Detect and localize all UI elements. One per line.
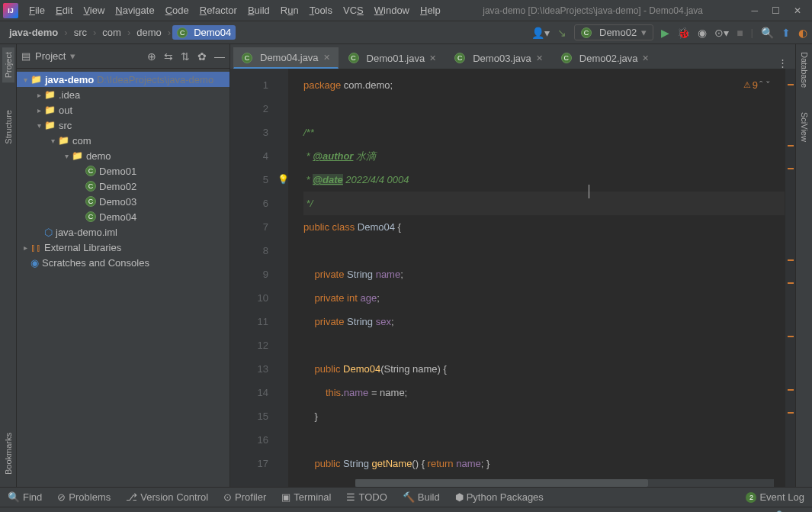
close-icon[interactable]: ✕ xyxy=(536,53,543,63)
line-number[interactable]: 20 xyxy=(230,480,288,487)
horizontal-scrollbar[interactable] xyxy=(355,479,774,487)
tab-more-icon[interactable]: ⋮ xyxy=(770,57,795,69)
bt-todo[interactable]: ☰ TODO xyxy=(346,491,387,503)
menu-build[interactable]: Build xyxy=(243,2,274,19)
tree-out[interactable]: ▸📁out xyxy=(17,102,229,118)
tab-demo03[interactable]: CDemo03.java✕ xyxy=(446,47,551,69)
ide-settings-icon[interactable]: ◐ xyxy=(798,27,807,39)
run-config-selector[interactable]: C Demo02 ▾ xyxy=(574,24,653,40)
bt-problems[interactable]: ⊘ Problems xyxy=(57,491,111,503)
menu-edit[interactable]: Edit xyxy=(51,2,77,19)
menu-code[interactable]: Code xyxy=(161,2,194,19)
debug-button[interactable]: 🐞 xyxy=(677,27,690,39)
bt-event-log[interactable]: 2 Event Log xyxy=(746,491,804,503)
bt-python[interactable]: ⬢ Python Packages xyxy=(455,491,544,503)
error-stripe[interactable] xyxy=(785,69,795,487)
line-number[interactable]: 2 xyxy=(230,97,288,121)
close-icon[interactable]: ✕ xyxy=(429,53,436,63)
tree-class[interactable]: CDemo02 xyxy=(17,179,229,194)
menu-navigate[interactable]: Navigate xyxy=(111,2,159,19)
line-number[interactable]: 13 xyxy=(230,357,288,381)
collapse-all-icon[interactable]: ⇅ xyxy=(181,50,190,63)
line-number[interactable]: 9 xyxy=(230,262,288,286)
line-number[interactable]: 3 xyxy=(230,121,288,144)
line-number[interactable]: 1 xyxy=(230,73,288,97)
close-icon[interactable]: ✕ xyxy=(323,53,330,63)
tree-com[interactable]: ▾📁com xyxy=(17,133,229,148)
line-number[interactable]: 12 xyxy=(230,333,288,357)
bt-terminal[interactable]: ▣ Terminal xyxy=(281,491,331,503)
stripe-database[interactable]: Database xyxy=(798,47,810,92)
menu-vcs[interactable]: VCS xyxy=(339,2,368,19)
line-number[interactable]: 8 xyxy=(230,239,288,262)
stripe-structure[interactable]: Structure xyxy=(2,105,14,149)
chevron-down-icon[interactable]: ▾ xyxy=(70,50,75,62)
menu-tools[interactable]: Tools xyxy=(305,2,337,19)
project-tree[interactable]: ▾📁java-demo D:\IdeaProjects\java-demo ▸📁… xyxy=(17,69,229,487)
tree-idea[interactable]: ▸📁.idea xyxy=(17,87,229,102)
menu-view[interactable]: View xyxy=(79,2,109,19)
line-number[interactable]: 4 xyxy=(230,144,288,168)
tab-demo02[interactable]: CDemo02.java✕ xyxy=(553,47,658,69)
warnings-indicator[interactable]: ⚠ 9 ˆ ˅ xyxy=(743,73,771,97)
bt-find[interactable]: 🔍 Find xyxy=(8,491,42,503)
menu-file[interactable]: File xyxy=(24,2,50,19)
stop-button[interactable]: ■ xyxy=(737,27,743,39)
bt-build[interactable]: 🔨 Build xyxy=(403,491,440,503)
panel-title[interactable]: Project xyxy=(35,50,66,62)
hide-icon[interactable]: — xyxy=(214,50,225,63)
tree-iml[interactable]: ⬡java-demo.iml xyxy=(17,224,229,240)
bt-profiler[interactable]: ⊙ Profiler xyxy=(223,491,266,503)
crumb-project[interactable]: java-demo xyxy=(5,25,63,40)
run-button[interactable]: ▶ xyxy=(661,27,669,39)
stripe-sciview[interactable]: SciView xyxy=(798,108,810,147)
crumb-src[interactable]: src xyxy=(69,25,91,40)
crumb-class[interactable]: CDemo04 xyxy=(172,25,236,40)
tree-scratches[interactable]: ◉Scratches and Consoles xyxy=(17,255,229,270)
profile-button[interactable]: ⊙▾ xyxy=(714,27,729,39)
line-number[interactable]: 16 xyxy=(230,428,288,452)
code-editor[interactable]: 1 2 3 4 5 6 7 8 9 10 11 12 13 14 15 16 1… xyxy=(230,69,795,487)
line-number[interactable]: 15 xyxy=(230,404,288,428)
select-opened-file-icon[interactable]: ⊕ xyxy=(147,50,156,63)
line-number[interactable]: 7 xyxy=(230,215,288,239)
crumb-demo[interactable]: demo xyxy=(132,25,166,40)
bt-vcs[interactable]: ⎇ Version Control xyxy=(126,491,208,503)
tree-root[interactable]: ▾📁java-demo D:\IdeaProjects\java-demo xyxy=(17,72,229,87)
code-content[interactable]: 💡 ⚠ 9 ˆ ˅ package com.demo; /** * @autho… xyxy=(288,69,785,487)
gutter[interactable]: 1 2 3 4 5 6 7 8 9 10 11 12 13 14 15 16 1… xyxy=(230,69,288,487)
tab-demo04[interactable]: CDemo04.java✕ xyxy=(233,47,339,69)
line-number[interactable]: 14 xyxy=(230,381,288,404)
tree-src[interactable]: ▾📁src xyxy=(17,118,229,133)
line-number[interactable]: 6 xyxy=(230,192,288,215)
add-user-icon[interactable]: 👤▾ xyxy=(531,27,550,39)
tree-class[interactable]: CDemo04 xyxy=(17,209,229,224)
stripe-project[interactable]: Project xyxy=(2,47,14,82)
build-hammer-icon[interactable]: ↘ xyxy=(557,27,566,39)
menu-refactor[interactable]: Refactor xyxy=(195,2,242,19)
coverage-button[interactable]: ◉ xyxy=(698,27,707,39)
update-icon[interactable]: ⬆ xyxy=(782,27,791,39)
menu-window[interactable]: Window xyxy=(370,2,414,19)
line-number[interactable]: 11 xyxy=(230,310,288,333)
intention-bulb-icon[interactable]: 💡 xyxy=(278,168,289,192)
tab-demo01[interactable]: CDemo01.java✕ xyxy=(340,47,445,69)
line-number[interactable]: 10 xyxy=(230,286,288,310)
tree-class[interactable]: CDemo03 xyxy=(17,194,229,209)
expand-all-icon[interactable]: ⇆ xyxy=(164,50,173,63)
menu-help[interactable]: Help xyxy=(416,2,445,19)
crumb-com[interactable]: com xyxy=(98,25,126,40)
search-icon[interactable]: 🔍 xyxy=(761,27,774,39)
close-button[interactable]: ✕ xyxy=(794,5,801,16)
tree-demo[interactable]: ▾📁demo xyxy=(17,148,229,163)
maximize-button[interactable]: ☐ xyxy=(772,5,780,16)
menu-run[interactable]: Run xyxy=(276,2,303,19)
stripe-bookmarks[interactable]: Bookmarks xyxy=(2,428,14,479)
tree-external-libs[interactable]: ▸⫿⫿External Libraries xyxy=(17,240,229,255)
tree-class[interactable]: CDemo01 xyxy=(17,163,229,179)
line-number[interactable]: 17 xyxy=(230,452,288,475)
settings-icon[interactable]: ✿ xyxy=(197,50,207,63)
close-icon[interactable]: ✕ xyxy=(642,53,649,63)
project-panel: ▤ Project ▾ ⊕ ⇆ ⇅ ✿ — ▾📁java-demo D:\Ide… xyxy=(17,44,230,487)
minimize-button[interactable]: ─ xyxy=(751,5,758,16)
